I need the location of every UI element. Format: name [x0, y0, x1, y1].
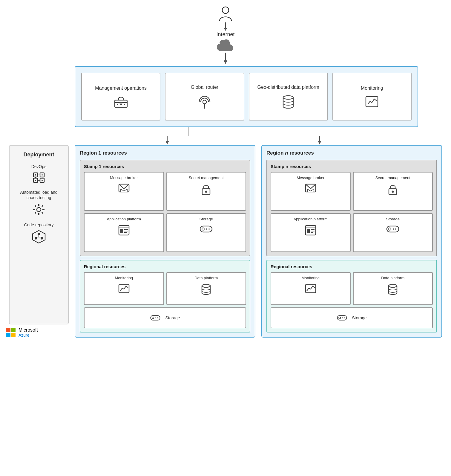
svg-marker-4 — [224, 60, 227, 64]
management-ops-label: Management operations — [95, 85, 147, 91]
data-platform-r1-label: Data platform — [194, 276, 218, 281]
svg-point-56 — [205, 190, 207, 193]
msg-broker-n-label: Message broker — [297, 176, 324, 181]
svg-rect-38 — [38, 213, 39, 215]
svg-rect-79 — [307, 229, 310, 233]
arrow-cloud-down — [223, 53, 228, 65]
svg-rect-40 — [42, 209, 45, 210]
stampN-box: Stamp n resources Message broker — [266, 160, 437, 256]
svg-point-36 — [37, 208, 41, 212]
code-repo-item: Code repository — [24, 222, 54, 244]
storage-icon — [200, 225, 213, 233]
svg-point-90 — [339, 317, 340, 319]
svg-rect-37 — [38, 204, 39, 206]
storage-rn-label: Storage — [352, 315, 366, 320]
svg-point-86 — [395, 228, 396, 230]
svg-point-84 — [389, 228, 391, 230]
storage-1-card: Storage — [166, 213, 246, 252]
person-icon — [218, 6, 233, 22]
azure-logo-red — [6, 328, 10, 332]
chart-r1-icon — [118, 284, 130, 294]
deployment-sidebar: Deployment DevOps — [9, 145, 69, 324]
global-router-label: Global router — [191, 84, 219, 91]
region1-title: Region 1 resources — [80, 150, 250, 156]
storage-r1-icon — [150, 315, 161, 321]
svg-point-45 — [38, 233, 40, 235]
svg-rect-44 — [41, 212, 43, 213]
svg-point-33 — [42, 174, 43, 176]
app-n-icon — [305, 225, 316, 236]
monitoring-rn-card: Monitoring — [271, 272, 351, 305]
regionN-box: Region n resources Stamp n resources Mes… — [261, 145, 442, 338]
app-platform-1-card: Application platform — [84, 213, 164, 252]
internet-section: Internet — [9, 6, 442, 65]
devops-icon — [32, 172, 45, 184]
connector-arrows — [75, 127, 442, 145]
svg-point-88 — [389, 284, 397, 287]
gear-icon — [32, 203, 45, 216]
geo-data-label: Geo-distributed data platform — [257, 84, 319, 91]
secret-mgmt-1-card: Secret management — [166, 172, 246, 211]
svg-rect-39 — [33, 209, 35, 210]
devops-item: DevOps — [31, 164, 47, 184]
region-arrows-svg — [75, 127, 418, 145]
monitoring-r1-card: Monitoring — [84, 272, 164, 305]
secret-mgmt-n-card: Secret management — [353, 172, 433, 211]
secret-mgmt-n-label: Secret management — [375, 176, 410, 181]
load-testing-item: Automated load and chaos testing — [14, 190, 64, 216]
app-platform-n-label: Application platform — [294, 217, 328, 222]
monitoring-label: Monitoring — [361, 85, 383, 91]
global-router-card: Global router — [165, 73, 244, 120]
svg-point-32 — [35, 174, 36, 176]
management-ops-card: Management operations — [81, 73, 160, 120]
svg-point-11 — [203, 100, 206, 104]
devops-label: DevOps — [31, 164, 47, 169]
lock-n-icon — [388, 184, 398, 195]
svg-rect-15 — [366, 97, 378, 107]
svg-point-70 — [152, 317, 154, 319]
regionalN-grid: Monitoring Data platform — [271, 272, 433, 305]
stamp1-grid: Message broker Secret management — [84, 172, 246, 252]
azure-logo-green — [11, 328, 16, 332]
db-r1-icon — [201, 284, 211, 295]
svg-rect-5 — [115, 100, 127, 107]
svg-point-14 — [283, 96, 293, 99]
app-platform-1-label: Application platform — [107, 217, 141, 222]
regions-container: Region 1 resources Stamp 1 resources Mes… — [75, 145, 442, 338]
azure-text: Microsoft Azure — [19, 327, 38, 338]
regional1-box: Regional resources Monitoring Da — [80, 260, 250, 332]
msg-broker-1-card: Message broker — [84, 172, 164, 211]
cloud-icon — [216, 39, 235, 53]
svg-point-13 — [204, 107, 205, 109]
azure-label: Azure — [19, 333, 38, 338]
internet-label: Internet — [216, 31, 234, 38]
app-platform-n-card: Application platform — [271, 213, 351, 252]
storage-n-icon — [386, 225, 399, 233]
svg-point-64 — [202, 228, 204, 230]
email-n-icon — [305, 184, 316, 193]
svg-point-0 — [222, 7, 229, 13]
svg-point-35 — [42, 180, 43, 181]
email-icon — [118, 184, 130, 193]
database-icon — [282, 95, 294, 109]
monitoring-card: Monitoring — [332, 73, 412, 120]
storage-n-card: Storage — [353, 213, 433, 252]
data-platform-r1-card: Data platform — [166, 272, 246, 305]
regional1-title: Regional resources — [84, 264, 246, 269]
storage-rn-card: Storage — [271, 307, 433, 328]
stampN-title: Stamp n resources — [271, 164, 433, 169]
chart-rn-icon — [305, 284, 316, 294]
regionalN-box: Regional resources Monitoring Da — [266, 260, 437, 332]
router-icon — [198, 95, 211, 109]
app-icon — [118, 225, 130, 236]
geo-data-card: Geo-distributed data platform — [249, 73, 328, 120]
svg-rect-59 — [120, 229, 123, 233]
storage-r1-card: Storage — [84, 307, 246, 328]
svg-point-66 — [208, 228, 210, 230]
svg-rect-42 — [41, 205, 43, 207]
microsoft-label: Microsoft — [19, 327, 38, 333]
azure-badge: Microsoft Azure — [6, 327, 38, 338]
svg-point-65 — [206, 228, 207, 230]
svg-rect-43 — [34, 212, 36, 213]
stamp1-title: Stamp 1 resources — [84, 164, 246, 169]
